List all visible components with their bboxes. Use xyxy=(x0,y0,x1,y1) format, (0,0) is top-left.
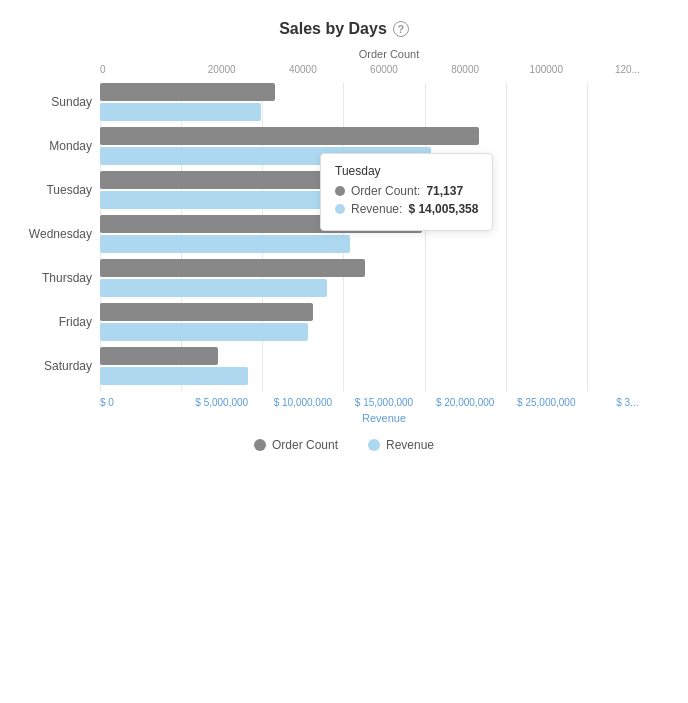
revenue-bar-row xyxy=(100,323,668,341)
day-label: Thursday xyxy=(10,271,92,285)
bars-section: SundayMondayTuesdayWednesdayThursdayFrid… xyxy=(100,83,668,391)
day-row: Thursday xyxy=(100,259,668,297)
legend-revenue-dot xyxy=(368,439,380,451)
chart-title: Sales by Days ? xyxy=(10,20,678,38)
day-bars xyxy=(100,259,668,297)
revenue-bar[interactable] xyxy=(100,367,248,385)
legend-order-label: Order Count xyxy=(272,438,338,452)
legend-order-dot xyxy=(254,439,266,451)
revenue-bar-row xyxy=(100,191,668,209)
revenue-bar[interactable] xyxy=(100,103,261,121)
top-axis-tick: 40000 xyxy=(262,64,343,75)
order-count-bar-row xyxy=(100,259,668,277)
day-label: Monday xyxy=(10,139,92,153)
order-count-bar[interactable] xyxy=(100,303,313,321)
top-axis-tick: 100000 xyxy=(506,64,587,75)
revenue-bar-row xyxy=(100,279,668,297)
order-count-bar-row xyxy=(100,171,668,189)
bottom-axis-label: Revenue xyxy=(100,412,668,424)
day-row: Saturday xyxy=(100,347,668,385)
bottom-axis-ticks: $ 0$ 5,000,000$ 10,000,000$ 15,000,000$ … xyxy=(100,397,668,408)
bottom-axis-tick: $ 15,000,000 xyxy=(343,397,424,408)
revenue-bar-row xyxy=(100,147,668,165)
order-count-bar-row xyxy=(100,303,668,321)
revenue-bar-row xyxy=(100,235,668,253)
day-row: Tuesday xyxy=(100,171,668,209)
order-count-bar-row xyxy=(100,127,668,145)
order-count-bar[interactable] xyxy=(100,259,365,277)
day-label: Sunday xyxy=(10,95,92,109)
order-count-bar[interactable] xyxy=(100,83,275,101)
day-label: Wednesday xyxy=(10,227,92,241)
top-axis-tick: 0 xyxy=(100,64,181,75)
help-icon[interactable]: ? xyxy=(393,21,409,37)
order-count-bar-row xyxy=(100,215,668,233)
day-bars xyxy=(100,171,668,209)
top-axis-label: Order Count xyxy=(100,48,678,60)
legend-order-count: Order Count xyxy=(254,438,338,452)
bottom-axis: $ 0$ 5,000,000$ 10,000,000$ 15,000,000$ … xyxy=(100,397,668,424)
top-axis-tick: 120... xyxy=(587,64,668,75)
day-bars xyxy=(100,127,668,165)
revenue-bar-row xyxy=(100,103,668,121)
bottom-axis-tick: $ 10,000,000 xyxy=(262,397,343,408)
top-axis-tick: 80000 xyxy=(425,64,506,75)
revenue-bar[interactable] xyxy=(100,279,327,297)
bottom-axis-tick: $ 0 xyxy=(100,397,181,408)
top-axis-tick: 60000 xyxy=(343,64,424,75)
order-count-bar[interactable] xyxy=(100,347,218,365)
order-count-bar-row xyxy=(100,83,668,101)
order-count-bar[interactable] xyxy=(100,171,437,189)
revenue-bar[interactable] xyxy=(100,235,350,253)
order-count-bar[interactable] xyxy=(100,215,422,233)
order-count-bar-row xyxy=(100,347,668,365)
day-row: Sunday xyxy=(100,83,668,121)
day-bars xyxy=(100,347,668,385)
title-text: Sales by Days xyxy=(279,20,387,38)
top-axis: 020000400006000080000100000120... xyxy=(100,64,668,75)
day-label: Saturday xyxy=(10,359,92,373)
revenue-bar-row xyxy=(100,367,668,385)
day-bars xyxy=(100,303,668,341)
chart-container: Sales by Days ? Order Count 020000400006… xyxy=(0,0,688,703)
revenue-bar[interactable] xyxy=(100,147,431,165)
day-row: Wednesday xyxy=(100,215,668,253)
legend-revenue: Revenue xyxy=(368,438,434,452)
day-bars xyxy=(100,83,668,121)
revenue-bar[interactable] xyxy=(100,323,308,341)
bottom-axis-tick: $ 20,000,000 xyxy=(425,397,506,408)
chart-area: Order Count 0200004000060000800001000001… xyxy=(10,48,678,424)
day-label: Tuesday xyxy=(10,183,92,197)
bottom-axis-tick: $ 25,000,000 xyxy=(506,397,587,408)
bottom-axis-tick: $ 3... xyxy=(587,397,668,408)
bottom-axis-tick: $ 5,000,000 xyxy=(181,397,262,408)
legend-revenue-label: Revenue xyxy=(386,438,434,452)
legend: Order Count Revenue xyxy=(10,438,678,452)
day-row: Monday xyxy=(100,127,668,165)
day-label: Friday xyxy=(10,315,92,329)
day-bars xyxy=(100,215,668,253)
top-axis-tick: 20000 xyxy=(181,64,262,75)
day-row: Friday xyxy=(100,303,668,341)
revenue-bar[interactable] xyxy=(100,191,365,209)
order-count-bar[interactable] xyxy=(100,127,479,145)
